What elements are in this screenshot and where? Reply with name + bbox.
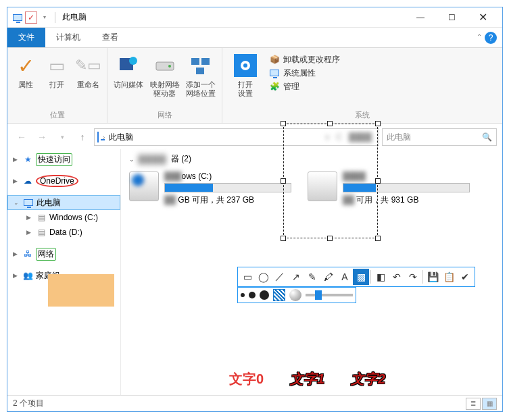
qat-dropdown-icon[interactable]: ▾ — [39, 11, 51, 24]
size-large-icon[interactable] — [260, 290, 269, 300]
drive-c[interactable]: 🔵 ███ows (C:) ██ GB 可用，共 237 GB — [129, 172, 291, 206]
sysprops-button[interactable]: 系统属性 — [268, 67, 340, 79]
arrow-tool-icon[interactable]: ↗ — [288, 269, 304, 285]
sidebar-item-quick[interactable]: ▶ ★ 快速访问 — [7, 152, 120, 167]
sidebar-item-onedrive[interactable]: ▶ ☁ OneDrive — [7, 174, 120, 188]
drive-icon: 🔵 — [129, 172, 159, 201]
expand-icon[interactable]: ▶ — [26, 229, 33, 236]
group-system-label: 系统 — [228, 109, 497, 122]
annot-onedrive: OneDrive — [36, 175, 78, 187]
expand-icon[interactable]: ▶ — [13, 251, 20, 257]
item-count: 2 个项目 — [13, 398, 44, 409]
size-slider[interactable] — [306, 294, 353, 296]
media-button[interactable]: 访问媒体 — [113, 51, 144, 89]
ribbon: ✓ 属性 ▭ 打开 ✎▭ 重命名 位置 访问媒体 — [7, 48, 502, 124]
done-button[interactable]: ✔ — [457, 269, 473, 285]
media-icon — [116, 53, 141, 78]
tab-view[interactable]: 查看 — [91, 28, 129, 47]
titlebar: ✓ ▾ 此电脑 — ☐ ✕ — [7, 7, 502, 28]
redo-button[interactable]: ↷ — [405, 269, 421, 285]
sidebar-item-drive-d[interactable]: ▶ ▤ Data (D:) — [7, 225, 120, 240]
add-network-button[interactable]: 添加一个 网络位置 — [185, 51, 216, 98]
nav-back-button[interactable]: ← — [13, 128, 30, 146]
close-button[interactable]: ✕ — [467, 8, 498, 27]
sidebar-item-network[interactable]: ▶ 🖧 网络 — [7, 246, 120, 261]
tab-computer[interactable]: 计算机 — [45, 28, 91, 47]
expand-icon[interactable]: ▶ — [13, 156, 20, 163]
drive-icon: ▤ — [36, 212, 47, 223]
nav-recent-button[interactable]: ▾ — [53, 128, 71, 146]
blur-style-icon[interactable] — [289, 289, 301, 301]
svg-point-3 — [168, 65, 171, 68]
expand-icon[interactable]: ▶ — [26, 214, 33, 221]
sidebar-item-drive-c[interactable]: ▶ ▤ Windows (C:) — [7, 210, 120, 225]
marker-tool-icon[interactable]: 🖍 — [320, 269, 337, 285]
pen-tool-icon[interactable]: ✎ — [304, 269, 320, 285]
minimize-button[interactable]: — — [405, 8, 436, 27]
snip-toolbar: ▭ ◯ ／ ↗ ✎ 🖍 A ▩ ◧ ↶ ↷ 💾 📋 ✔ — [237, 267, 475, 287]
help-icon[interactable]: ? — [485, 32, 497, 44]
view-tiles-button[interactable]: ▦ — [482, 398, 497, 410]
annot-text0: 文字0 — [229, 370, 264, 388]
box-icon: 📦 — [268, 53, 281, 65]
address-bar[interactable]: › 此电脑 v C ████ — [94, 128, 379, 146]
ellipse-tool-icon[interactable]: ◯ — [256, 269, 272, 285]
drive-icon — [308, 172, 337, 201]
manage-button[interactable]: 🧩 管理 — [268, 80, 340, 93]
tab-file[interactable]: 文件 — [7, 28, 45, 47]
expand-icon[interactable]: ▶ — [13, 272, 20, 279]
uninstall-button[interactable]: 📦 卸载或更改程序 — [268, 53, 340, 65]
expand-icon[interactable]: ▶ — [13, 178, 20, 184]
nav-up-button[interactable]: ↑ — [74, 128, 91, 146]
svg-point-9 — [243, 63, 247, 68]
ribbon-collapse-icon[interactable]: ⌃ — [477, 33, 482, 41]
drives-row: 🔵 ███ows (C:) ██ GB 可用，共 237 GB ████ ██ … — [129, 172, 494, 206]
svg-rect-2 — [156, 62, 174, 70]
address-text: 此电脑 — [109, 132, 133, 143]
mosaic-tool-icon[interactable]: ▩ — [353, 269, 369, 285]
nav-forward-button[interactable]: → — [33, 128, 51, 146]
annot-text2: 文字2 — [351, 370, 385, 388]
pc-icon — [23, 197, 34, 208]
text-tool-icon[interactable]: A — [337, 269, 353, 285]
drive-icon — [153, 53, 177, 78]
rename-button[interactable]: ✎▭ 重命名 — [76, 51, 101, 89]
navbar: ← → ▾ ↑ › 此电脑 v C ████ 此电脑 🔍 — [13, 128, 497, 147]
map-drive-button[interactable]: 映射网络 驱动器 — [149, 51, 180, 98]
eraser-tool-icon[interactable]: ◧ — [372, 269, 389, 285]
open-settings-button[interactable]: 打开 设置 — [228, 51, 263, 98]
save-button[interactable]: 💾 — [425, 269, 441, 285]
maximize-button[interactable]: ☐ — [436, 8, 467, 27]
status-bar: 2 个项目 ≣ ▦ — [7, 395, 502, 411]
qat-checkbox-icon[interactable]: ✓ — [25, 11, 37, 24]
collapse-icon[interactable]: ⌄ — [14, 199, 20, 206]
undo-button[interactable]: ↶ — [389, 269, 405, 285]
network-icon: 🖧 — [22, 248, 33, 259]
annot-quick: 快速访问 — [36, 153, 72, 166]
gear-icon — [233, 53, 258, 78]
address-blur: v C ████ — [325, 132, 372, 142]
search-box[interactable]: 此电脑 🔍 — [382, 128, 497, 146]
rect-tool-icon[interactable]: ▭ — [239, 269, 256, 285]
star-icon: ★ — [22, 154, 33, 165]
rename-icon: ✎▭ — [76, 53, 101, 78]
line-tool-icon[interactable]: ／ — [272, 269, 288, 285]
search-icon: 🔍 — [482, 132, 492, 142]
checkmark-icon: ✓ — [14, 53, 38, 78]
chevron-down-icon: ⌄ — [129, 156, 135, 163]
properties-button[interactable]: ✓ 属性 — [13, 51, 39, 89]
sidebar-item-thispc[interactable]: ⌄ 此电脑 — [7, 195, 120, 210]
drive-d[interactable]: ████ ██ 可用，共 931 GB — [308, 172, 470, 206]
drive-icon: ▤ — [36, 227, 47, 238]
mosaic-style-icon[interactable] — [273, 289, 285, 301]
open-button[interactable]: ▭ 打开 — [44, 51, 70, 89]
view-details-button[interactable]: ≣ — [466, 398, 481, 410]
size-small-icon[interactable] — [241, 293, 245, 297]
copy-button[interactable]: 📋 — [441, 269, 457, 285]
manage-icon: 🧩 — [268, 80, 281, 93]
homegroup-icon: 👥 — [22, 270, 33, 281]
menubar: 文件 计算机 查看 ⌃ ? — [7, 28, 502, 48]
group-header[interactable]: ⌄ ████ 器 (2) — [129, 153, 494, 165]
network-icon — [189, 53, 213, 78]
size-medium-icon[interactable] — [249, 292, 256, 298]
